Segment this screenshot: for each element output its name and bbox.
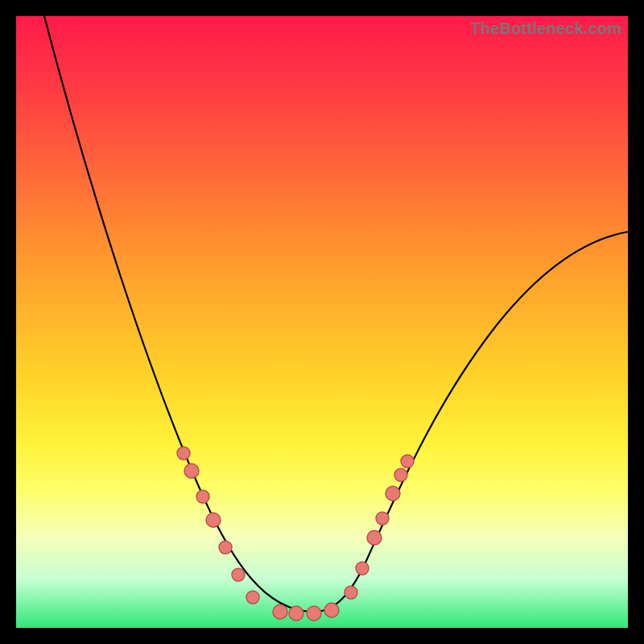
data-marker bbox=[367, 530, 382, 545]
data-marker bbox=[184, 464, 199, 478]
bottleneck-curve bbox=[44, 16, 628, 612]
chart-frame: TheBottleneck.com bbox=[16, 16, 628, 628]
data-marker bbox=[345, 586, 357, 599]
data-marker bbox=[356, 562, 369, 575]
plot-svg bbox=[16, 16, 628, 628]
data-marker bbox=[219, 541, 232, 554]
data-marker bbox=[232, 568, 245, 581]
data-marker bbox=[386, 486, 400, 501]
data-marker bbox=[206, 513, 221, 527]
data-marker bbox=[324, 603, 339, 617]
data-marker bbox=[401, 455, 414, 468]
data-marker bbox=[273, 605, 287, 619]
data-marker bbox=[246, 591, 259, 604]
data-marker bbox=[196, 490, 209, 503]
data-marker bbox=[177, 447, 190, 460]
data-marker bbox=[376, 512, 389, 525]
data-marker bbox=[307, 606, 321, 621]
data-marker bbox=[394, 469, 407, 481]
marker-group bbox=[177, 447, 414, 621]
data-marker bbox=[289, 606, 303, 621]
